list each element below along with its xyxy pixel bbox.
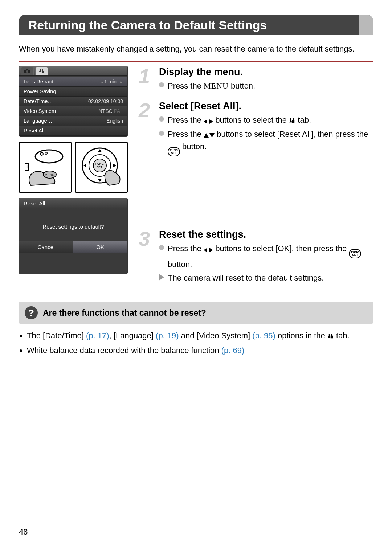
question-mark-icon: ? bbox=[25, 306, 38, 319]
step-title: Select [Reset All]. bbox=[159, 101, 373, 112]
step1-text: Press the MENU button. bbox=[168, 80, 255, 92]
camera-back-diagram: P MENU bbox=[19, 142, 72, 193]
svg-point-2 bbox=[26, 70, 28, 73]
svg-marker-16 bbox=[98, 179, 102, 182]
page-ref: (p. 69) bbox=[221, 346, 245, 355]
svg-point-5 bbox=[45, 152, 47, 154]
confirm-header: Reset All bbox=[19, 198, 127, 209]
tab-tools-icon bbox=[35, 67, 48, 75]
bullet-icon bbox=[159, 131, 164, 136]
result-arrow-icon bbox=[159, 274, 164, 281]
svg-marker-18 bbox=[113, 164, 116, 167]
svg-text:MENU: MENU bbox=[45, 173, 54, 177]
callout-text: Are there functions that cannot be reset… bbox=[43, 308, 206, 318]
tools-tab-icon bbox=[289, 115, 295, 127]
svg-point-3 bbox=[35, 150, 63, 163]
camera-menu-screenshot: Lens Retract◂1 min.▸Power Saving…Date/Ti… bbox=[19, 66, 128, 137]
svg-text:SET: SET bbox=[97, 165, 102, 169]
svg-marker-19 bbox=[204, 119, 207, 124]
step-1: 1 Display the menu. Press the MENU butto… bbox=[139, 66, 373, 92]
step-title: Display the menu. bbox=[159, 66, 373, 78]
menu-row: Video SystemNTSC PAL bbox=[19, 106, 127, 116]
svg-marker-24 bbox=[209, 248, 213, 252]
svg-marker-22 bbox=[209, 133, 215, 138]
step2-line1: Press the buttons to select the tab. bbox=[168, 114, 311, 127]
question-callout: ? Are there functions that cannot be res… bbox=[19, 302, 373, 324]
left-right-arrows-icon bbox=[204, 115, 213, 127]
bullet-icon bbox=[159, 82, 164, 87]
up-down-arrows-icon bbox=[204, 128, 215, 140]
control-wheel-diagram: FUNC. SET bbox=[75, 142, 128, 193]
step3-line2: The camera will reset to the default set… bbox=[168, 272, 324, 284]
svg-marker-20 bbox=[209, 119, 213, 124]
tab-camera-icon bbox=[21, 67, 34, 75]
step-number: 2 bbox=[139, 98, 150, 122]
divider-rule bbox=[19, 61, 373, 62]
step2-line2: Press the buttons to select [Reset All],… bbox=[168, 128, 373, 157]
tools-tab-icon bbox=[327, 330, 334, 342]
step-2: 2 Select [Reset All]. Press the buttons … bbox=[139, 101, 373, 156]
cancel-button-graphic: Cancel bbox=[19, 241, 73, 253]
step-title: Reset the settings. bbox=[159, 229, 373, 240]
reset-confirm-screenshot: Reset All Reset settings to default? Can… bbox=[19, 198, 128, 274]
note-item: The [Date/Time] (p. 17), [Language] (p. … bbox=[27, 330, 373, 342]
bullet-icon bbox=[159, 116, 164, 122]
ok-button-graphic: OK bbox=[73, 241, 127, 253]
page-ref: (p. 19) bbox=[156, 331, 179, 340]
page-number: 48 bbox=[19, 527, 28, 537]
page-ref: (p. 95) bbox=[252, 331, 275, 340]
svg-marker-23 bbox=[204, 248, 207, 252]
step3-line1: Press the buttons to select [OK], then p… bbox=[168, 242, 373, 270]
step-number: 1 bbox=[139, 64, 150, 88]
section-title-bar: Returning the Camera to Default Settings bbox=[19, 15, 373, 35]
func-set-button-icon: FUNCSET bbox=[168, 147, 180, 156]
svg-marker-17 bbox=[83, 164, 86, 167]
svg-marker-15 bbox=[98, 149, 102, 152]
menu-row: Date/Time…02.02.'09 10:00 bbox=[19, 97, 127, 106]
section-title: Returning the Camera to Default Settings bbox=[28, 18, 364, 32]
menu-row: Lens Retract◂1 min.▸ bbox=[19, 77, 127, 87]
svg-marker-21 bbox=[204, 133, 209, 138]
left-right-arrows-icon bbox=[204, 243, 213, 255]
notes-list: The [Date/Time] (p. 17), [Language] (p. … bbox=[19, 330, 373, 356]
svg-rect-1 bbox=[26, 69, 28, 70]
menu-row: Power Saving… bbox=[19, 87, 127, 97]
menu-row: Language…English bbox=[19, 116, 127, 126]
step-3: 3 Reset the settings. Press the buttons … bbox=[139, 229, 373, 284]
intro-paragraph: When you have mistakenly changed a setti… bbox=[19, 43, 373, 55]
bullet-icon bbox=[159, 245, 164, 250]
page-ref: (p. 17) bbox=[86, 331, 109, 340]
confirm-message: Reset settings to default? bbox=[19, 209, 127, 241]
func-set-button-icon: FUNCSET bbox=[349, 249, 361, 258]
svg-point-4 bbox=[40, 152, 43, 155]
menu-row: Reset All… bbox=[19, 126, 127, 136]
note-item: White balance data recorded with the bal… bbox=[27, 344, 373, 356]
svg-text:FUNC.: FUNC. bbox=[95, 162, 104, 165]
step-number: 3 bbox=[139, 227, 150, 250]
